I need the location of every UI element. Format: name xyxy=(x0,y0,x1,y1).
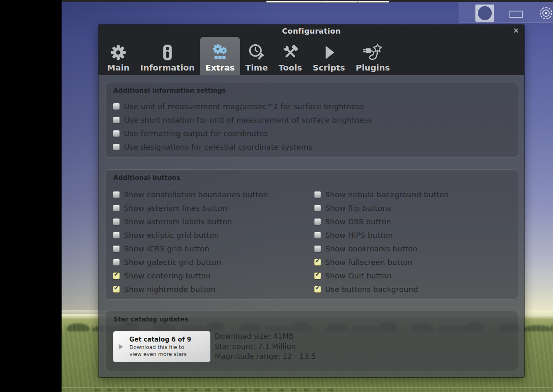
checkbox[interactable] xyxy=(113,272,120,279)
catalog-info: Download size: 41MB Star count: 7.1 Mill… xyxy=(215,331,316,362)
checkbox-column-left: Show constellation boundaries button Sho… xyxy=(113,188,268,296)
checkbox[interactable] xyxy=(314,205,321,212)
dialog-title: Configuration xyxy=(99,25,524,37)
checkbox-row[interactable]: Show nebula background button xyxy=(314,188,449,201)
clock-wrench-icon xyxy=(247,41,266,62)
checkbox-label: Use designations for celestial coordinat… xyxy=(124,143,312,151)
checkbox[interactable] xyxy=(113,144,120,150)
tab-label: Scripts xyxy=(313,63,345,72)
get-catalog-button[interactable]: Get catalog 6 of 9 Download this file to… xyxy=(113,331,211,362)
checkbox-row[interactable]: Use formatting output for coordinates xyxy=(113,127,372,140)
checkbox-column-right: Show nebula background button Show flip … xyxy=(314,188,449,296)
checkbox[interactable] xyxy=(113,191,120,198)
checkbox-row[interactable]: Show fullscreen button xyxy=(314,255,449,269)
checkbox[interactable] xyxy=(113,103,120,110)
checkbox-row[interactable]: Show ecliptic grid button xyxy=(113,228,268,242)
checkbox[interactable] xyxy=(314,286,321,293)
checkbox[interactable] xyxy=(113,245,120,252)
star-count: Star count: 7.1 Million xyxy=(215,342,316,352)
checkbox-row[interactable]: Show centering button xyxy=(113,269,268,283)
checkbox-row[interactable]: Use buttons background xyxy=(314,283,449,296)
bottom-toolbar-edge xyxy=(62,387,553,387)
checkbox-label: Use short notation for unit of measureme… xyxy=(124,116,372,124)
checkbox[interactable] xyxy=(113,116,120,123)
checkbox[interactable] xyxy=(314,259,321,266)
tab-time[interactable]: Time xyxy=(240,37,273,75)
tab-label: Extras xyxy=(205,63,234,72)
checkbox-label: Show DSS button xyxy=(325,217,391,226)
gear-icon xyxy=(109,41,128,62)
checkbox-label: Show asterism labels button xyxy=(124,217,232,226)
checkbox-label: Show ecliptic grid button xyxy=(124,231,219,239)
checkbox[interactable] xyxy=(113,130,120,137)
checkbox-row[interactable]: Show flip buttons xyxy=(314,201,449,215)
checkbox-label: Use unit of measurement mag/arcsec^2 for… xyxy=(124,102,364,111)
checkbox[interactable] xyxy=(113,259,120,266)
tab-label: Time xyxy=(246,63,268,72)
top-segmented-bar xyxy=(266,0,390,3)
checkbox[interactable] xyxy=(314,245,321,252)
play-triangle-icon xyxy=(119,344,123,350)
tab-scripts[interactable]: Scripts xyxy=(307,37,351,75)
group-title: Additional buttons xyxy=(113,174,180,182)
checkbox-row[interactable]: Show nightmode button xyxy=(113,283,268,296)
checkbox-row[interactable]: Show galactic grid button xyxy=(113,255,268,269)
checkbox[interactable] xyxy=(314,232,321,239)
checkbox-row[interactable]: Show asterism lines button xyxy=(113,201,268,215)
checkbox[interactable] xyxy=(314,218,321,225)
checkbox-label: Show constellation boundaries button xyxy=(124,190,268,199)
checkbox-label: Show nebula background button xyxy=(325,190,449,199)
target-gear-icon[interactable] xyxy=(539,6,553,21)
checkbox-row[interactable]: Show HiPS button xyxy=(314,228,449,242)
checkbox-label: Show Quit button xyxy=(325,271,391,280)
info-icon xyxy=(158,41,177,62)
group-star-catalog: Star catalog updates Get catalog 6 of 9 … xyxy=(105,311,518,371)
dialog-titlebar[interactable]: Configuration ✕ xyxy=(99,25,524,37)
tab-label: Main xyxy=(107,63,130,72)
checkbox-row[interactable]: Show ICRS grid button xyxy=(113,242,268,255)
tab-main[interactable]: Main xyxy=(102,37,135,75)
checkbox-row[interactable]: Show DSS button xyxy=(314,215,449,228)
group-title: Additional information settings xyxy=(113,87,226,94)
checkbox[interactable] xyxy=(314,191,321,198)
checkbox-label: Show centering button xyxy=(124,271,211,280)
configuration-dialog: Configuration ✕ xyxy=(99,25,524,377)
checkbox-row[interactable]: Use short notation for unit of measureme… xyxy=(113,113,372,127)
checkbox[interactable] xyxy=(113,218,120,225)
checkbox-label: Show bookmarks button xyxy=(325,244,418,253)
tab-information[interactable]: Information xyxy=(135,37,200,75)
tab-tools[interactable]: Tools xyxy=(273,37,307,75)
checkbox-column: Use unit of measurement mag/arcsec^2 for… xyxy=(113,100,372,154)
checkbox-row[interactable]: Show asterism labels button xyxy=(113,215,268,228)
checkbox-label: Use buttons background xyxy=(325,285,418,294)
tab-label: Information xyxy=(140,63,195,72)
tab-plugins[interactable]: Plugins xyxy=(351,37,395,75)
checkbox-label: Show asterism lines button xyxy=(124,204,227,212)
checkbox-row[interactable]: Show Quit button xyxy=(314,269,449,283)
close-icon[interactable]: ✕ xyxy=(511,26,521,36)
group-info-settings: Additional information settings Use unit… xyxy=(105,82,518,158)
download-size: Download size: 41MB xyxy=(215,331,316,342)
screen: Configuration ✕ xyxy=(0,0,553,392)
play-icon xyxy=(319,41,338,62)
checkbox-row[interactable]: Show constellation boundaries button xyxy=(113,188,268,201)
checkbox-label: Show galactic grid button xyxy=(124,258,221,267)
screen-circle-icon[interactable] xyxy=(475,5,494,22)
checkbox-row[interactable]: Use designations for celestial coordinat… xyxy=(113,140,372,154)
get-catalog-subtitle: Download this file to view even more sta… xyxy=(129,344,195,358)
checkbox[interactable] xyxy=(113,232,120,239)
checkbox[interactable] xyxy=(314,272,321,279)
extras-gears-icon xyxy=(211,41,229,62)
checkbox-row[interactable]: Show bookmarks button xyxy=(314,242,449,255)
tab-label: Tools xyxy=(279,63,302,72)
window-outline-icon[interactable] xyxy=(509,11,523,18)
group-additional-buttons: Additional buttons Show constellation bo… xyxy=(105,169,518,300)
get-catalog-title: Get catalog 6 of 9 xyxy=(129,336,195,343)
segment-divider xyxy=(357,1,358,2)
tab-extras[interactable]: Extras xyxy=(200,37,240,75)
checkbox[interactable] xyxy=(113,286,120,293)
checkbox-label: Use formatting output for coordinates xyxy=(124,129,268,138)
checkbox-row[interactable]: Use unit of measurement mag/arcsec^2 for… xyxy=(113,100,372,113)
checkbox[interactable] xyxy=(113,205,120,212)
tab-label: Plugins xyxy=(356,63,390,72)
